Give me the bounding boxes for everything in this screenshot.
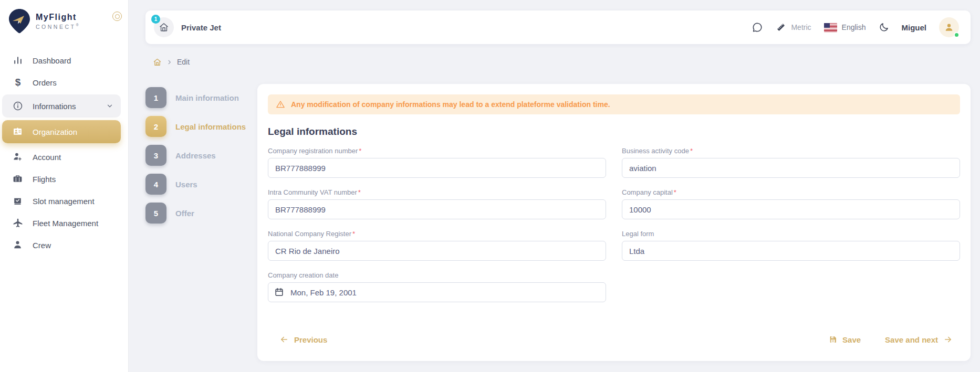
field-company-registration-number: Company registration number* <box>268 147 606 178</box>
step-main-information[interactable]: 1 Main information <box>145 87 257 108</box>
legal-informations-card: Any modification of company informations… <box>257 84 971 361</box>
dark-mode-moon-icon[interactable] <box>879 22 889 33</box>
sidebar-item-label: Orders <box>33 78 57 87</box>
sidebar-item-crew[interactable]: Crew <box>0 234 128 256</box>
topbar-actions: Metric English Miguel <box>752 17 959 37</box>
chevron-right-icon <box>166 59 172 65</box>
language-selector[interactable]: English <box>824 23 866 32</box>
required-marker: * <box>674 188 676 196</box>
id-badge-icon <box>13 126 23 137</box>
sidebar-item-fleet-management[interactable]: Fleet Management <box>0 212 128 234</box>
field-label: National Company Register <box>268 230 351 238</box>
username: Miguel <box>902 23 927 32</box>
form-fields: Company registration number* Business ac… <box>268 147 960 302</box>
sidebar-item-account[interactable]: Account <box>0 146 128 168</box>
field-national-company-register: National Company Register* <box>268 230 606 261</box>
required-marker: * <box>352 230 355 238</box>
required-marker: * <box>359 147 361 155</box>
company-capital-input[interactable] <box>622 199 960 219</box>
step-label: Addresses <box>175 151 216 160</box>
form-title: Legal informations <box>268 126 960 137</box>
sidebar-item-informations[interactable]: Informations <box>2 94 121 118</box>
field-company-creation-date: Company creation date <box>268 271 606 302</box>
step-addresses[interactable]: 3 Addresses <box>145 145 257 166</box>
save-and-next-button[interactable]: Save and next <box>885 335 953 344</box>
breadcrumb-home-icon[interactable] <box>153 58 162 67</box>
topbar: 1 Private Jet Metric English <box>145 10 971 44</box>
field-company-capital: Company capital* <box>622 188 960 219</box>
field-label: Company creation date <box>268 271 338 279</box>
language-label: English <box>842 23 866 31</box>
field-label: Business activity code <box>622 147 689 155</box>
step-number: 3 <box>145 145 166 166</box>
intra-community-vat-number-input[interactable] <box>268 199 606 219</box>
sidebar-item-label: Organization <box>33 127 77 136</box>
field-label: Company registration number <box>268 147 358 155</box>
previous-button[interactable]: Previous <box>279 335 327 344</box>
legal-form-input[interactable] <box>622 241 960 261</box>
breadcrumb: Edit <box>153 57 971 67</box>
step-label: Users <box>175 180 197 189</box>
sidebar-menu: Dashboard $ Orders Informations Organiza… <box>0 49 128 256</box>
sidebar-item-slot-management[interactable]: Slot management <box>0 190 128 212</box>
step-number: 4 <box>145 174 166 195</box>
sidebar-item-organization[interactable]: Organization <box>2 120 121 143</box>
chevron-down-icon <box>106 102 113 110</box>
breadcrumb-current: Edit <box>177 58 190 66</box>
chat-icon[interactable] <box>752 22 763 33</box>
company-registration-number-input[interactable] <box>268 158 606 178</box>
step-label: Main information <box>175 93 239 102</box>
field-legal-form: Legal form <box>622 230 960 261</box>
app-logo: MyFlight CONNECT® <box>0 0 128 41</box>
bar-chart-icon <box>13 55 23 66</box>
ruler-icon <box>776 22 786 33</box>
step-number: 2 <box>145 116 166 137</box>
warning-banner: Any modification of company informations… <box>268 94 960 114</box>
step-users[interactable]: 4 Users <box>145 174 257 195</box>
warning-triangle-icon <box>276 100 285 109</box>
company-creation-date-input[interactable] <box>268 282 606 302</box>
arrow-right-icon <box>943 335 953 344</box>
person-icon <box>13 240 23 250</box>
info-icon <box>13 101 23 111</box>
sidebar-item-label: Crew <box>33 241 51 250</box>
save-floppy-icon <box>829 335 837 344</box>
field-label: Legal form <box>622 230 654 238</box>
online-status-dot <box>954 32 960 38</box>
workspace-name: Private Jet <box>181 23 221 32</box>
required-marker: * <box>358 188 361 196</box>
unit-toggle[interactable]: Metric <box>776 22 811 33</box>
business-activity-code-input[interactable] <box>622 158 960 178</box>
us-flag-icon <box>824 23 837 32</box>
app-subtitle: CONNECT® <box>36 23 80 30</box>
field-business-activity-code: Business activity code* <box>622 147 960 178</box>
sidebar-item-dashboard[interactable]: Dashboard <box>0 49 128 71</box>
save-button[interactable]: Save <box>829 335 861 344</box>
sidebar-item-label: Slot management <box>33 197 95 206</box>
sidebar-collapse-button[interactable] <box>112 12 122 21</box>
plane-icon <box>13 218 23 228</box>
sidebar-item-orders[interactable]: $ Orders <box>0 71 128 93</box>
step-number: 5 <box>145 203 166 224</box>
briefcase-icon <box>13 174 23 184</box>
sidebar-item-flights[interactable]: Flights <box>0 168 128 190</box>
user-avatar[interactable] <box>939 17 959 37</box>
sidebar-item-label: Fleet Management <box>33 219 98 228</box>
app-title: MyFlight <box>36 13 80 22</box>
unit-label: Metric <box>791 23 811 31</box>
dollar-icon: $ <box>13 77 23 88</box>
step-legal-informations[interactable]: 2 Legal informations <box>145 116 257 137</box>
content: 1 Main information 2 Legal informations … <box>145 84 971 361</box>
form-footer: Previous Save Save and next <box>268 335 960 344</box>
user-gear-icon <box>13 152 23 162</box>
calendar-icon <box>274 287 284 297</box>
arrow-left-icon <box>279 335 289 344</box>
workspace-selector[interactable]: 1 Private Jet <box>154 17 221 37</box>
sidebar: MyFlight CONNECT® Dashboard $ Orders Inf… <box>0 0 129 372</box>
main-area: 1 Private Jet Metric English <box>129 0 980 372</box>
national-company-register-input[interactable] <box>268 241 606 261</box>
workspace-count-badge: 1 <box>151 15 160 24</box>
wizard-steps: 1 Main information 2 Legal informations … <box>145 84 257 224</box>
step-offer[interactable]: 5 Offer <box>145 203 257 224</box>
step-number: 1 <box>145 87 166 108</box>
